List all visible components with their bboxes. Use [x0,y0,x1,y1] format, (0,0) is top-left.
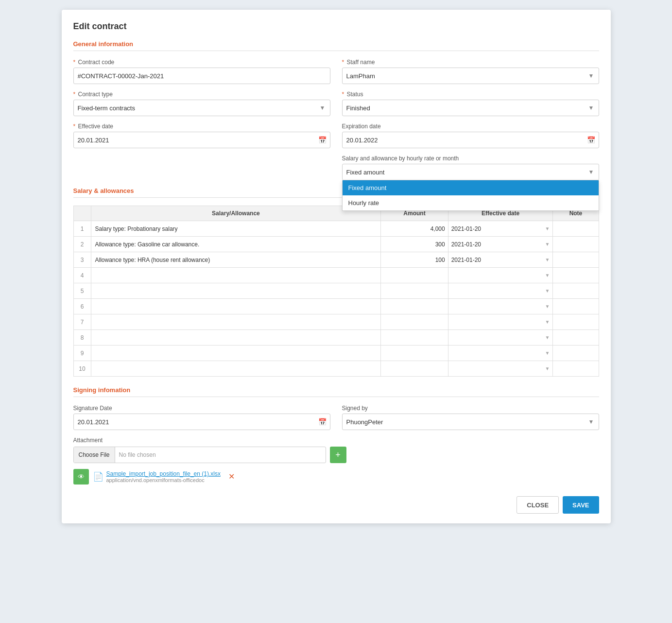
row-salary-allowance[interactable] [91,330,381,346]
attachment-section: Attachment Choose File No file chosen + … [73,437,599,485]
date-chevron-icon[interactable]: ▼ [545,226,550,231]
add-file-button[interactable]: + [330,447,346,463]
salary-rate-dropdown-open: Fixed amount Hourly rate [342,180,599,211]
row-effective-date: ▼ [448,330,553,346]
contract-type-col: * Contract type Fixed-term contracts ▼ [73,91,330,116]
table-row: 10▼ [73,361,599,377]
row-effective-date: ▼ [448,361,553,377]
row-effective-date: 2021-01-20▼ [448,221,553,237]
expiration-date-input[interactable] [342,132,599,148]
attachment-mime: application/vnd.openxmlformats-officedoc [106,477,221,483]
date-chevron-icon[interactable]: ▼ [545,288,550,294]
table-row: 9▼ [73,346,599,361]
signature-date-input[interactable] [73,414,330,430]
date-chevron-icon[interactable]: ▼ [545,304,550,309]
file-name-display: No file chosen [115,451,160,458]
row-amount [381,299,448,314]
table-row: 8▼ [73,330,599,346]
date-chevron-icon[interactable]: ▼ [545,257,550,262]
date-chevron-icon[interactable]: ▼ [545,350,550,356]
row-note[interactable] [553,299,599,314]
signature-date-label: Signature Date [73,405,330,412]
row-salary-allowance[interactable] [91,283,381,299]
staff-name-select[interactable]: LamPham [342,68,599,84]
signing-divider [73,397,599,397]
table-row: 3Allowance type: HRA (house rent allowan… [73,252,599,268]
table-row: 4▼ [73,268,599,283]
row-note[interactable] [553,361,599,377]
attachment-delete-button[interactable]: ✕ [228,473,235,481]
expiration-date-label: Expiration date [342,123,599,130]
row-salary-allowance[interactable] [91,299,381,314]
file-input-row: Choose File No file chosen + [73,447,599,463]
signing-section-title: Signing infomation [73,386,599,394]
salary-rate-select-wrapper: Fixed amount Hourly rate ▼ [342,164,599,180]
table-row: 7▼ [73,314,599,330]
signing-section: Signing infomation Signature Date 📅 Sign… [73,386,599,485]
row-note[interactable] [553,346,599,361]
choose-file-button[interactable]: Choose File [74,447,115,463]
row-num: 6 [73,299,91,314]
date-chevron-icon[interactable]: ▼ [545,366,550,371]
effective-date-input[interactable] [73,132,330,148]
effective-date-label: * Effective date [73,123,330,130]
row-num: 5 [73,283,91,299]
row-note[interactable] [553,268,599,283]
dates-row: * Effective date 📅 Expiration date 📅 [73,123,599,148]
general-section-title: General information [73,40,599,48]
col-salary-allowance: Salary/Allowance [91,206,381,221]
row-num: 9 [73,346,91,361]
salary-table: Salary/Allowance Amount Effective date N… [73,206,599,377]
row-effective-date: ▼ [448,268,553,283]
contract-type-select[interactable]: Fixed-term contracts [73,100,330,116]
signing-row: Signature Date 📅 Signed by PhuongPeter ▼ [73,405,599,430]
salary-rate-dropdown-container: Fixed amount Hourly rate ▼ Fixed amount … [342,164,599,180]
row-num: 1 [73,221,91,237]
save-button[interactable]: SAVE [563,496,599,514]
row-effective-date: ▼ [448,346,553,361]
attachment-info: Sample_import_job_position_file_en (1).x… [106,470,221,483]
row-amount: 100 [381,252,448,268]
dropdown-option-fixed-amount[interactable]: Fixed amount [343,180,599,195]
row-note[interactable] [553,283,599,299]
contract-code-label: * Contract code [73,59,330,66]
dropdown-option-hourly-rate[interactable]: Hourly rate [343,195,599,210]
row-num: 8 [73,330,91,346]
salary-rate-col: Salary and allowance by hourly rate or m… [342,155,599,180]
staff-name-select-wrapper: LamPham ▼ [342,68,599,84]
signed-by-select[interactable]: PhuongPeter [342,414,599,430]
row-salary-allowance: Salary type: Probationary salary [91,221,381,237]
date-chevron-icon[interactable]: ▼ [545,242,550,247]
attachment-item: 👁 📄 Sample_import_job_position_file_en (… [73,469,599,485]
row-note[interactable] [553,314,599,330]
contract-code-input[interactable] [73,68,330,84]
date-chevron-icon[interactable]: ▼ [545,319,550,325]
date-chevron-icon[interactable]: ▼ [545,335,550,340]
edit-contract-modal: Edit contract General information * Cont… [62,10,611,523]
signed-by-label: Signed by [342,405,599,412]
close-button[interactable]: CLOSE [517,496,559,514]
row-salary-allowance[interactable] [91,361,381,377]
row-effective-date: 2021-01-20▼ [448,252,553,268]
staff-name-label: * Staff name [342,59,599,66]
row-note[interactable] [553,221,599,237]
attachment-label: Attachment [73,437,599,444]
col-num [73,206,91,221]
table-row: 6▼ [73,299,599,314]
row-salary-allowance[interactable] [91,268,381,283]
row-salary-allowance: Allowance type: HRA (house rent allowanc… [91,252,381,268]
status-select[interactable]: Finished [342,100,599,116]
row-amount [381,346,448,361]
salary-rate-select[interactable]: Fixed amount Hourly rate [342,164,599,180]
row-salary-allowance[interactable] [91,346,381,361]
table-row: 1Salary type: Probationary salary4,00020… [73,221,599,237]
row-note[interactable] [553,252,599,268]
row-salary-allowance[interactable] [91,314,381,330]
row-effective-date: ▼ [448,283,553,299]
attachment-filename[interactable]: Sample_import_job_position_file_en (1).x… [106,470,221,477]
date-chevron-icon[interactable]: ▼ [545,273,550,278]
row-note[interactable] [553,237,599,252]
row-num: 2 [73,237,91,252]
row-amount [381,361,448,377]
row-note[interactable] [553,330,599,346]
